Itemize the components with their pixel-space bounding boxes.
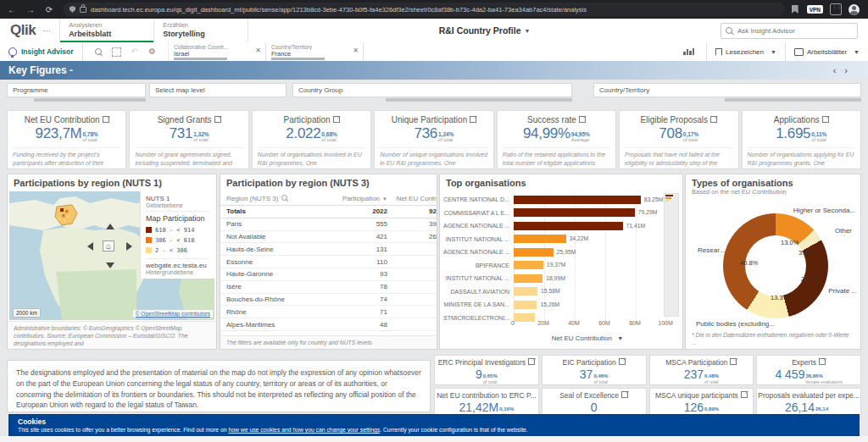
sheet-nav-arrows[interactable]: ‹› (833, 65, 856, 75)
kpi-card[interactable]: Applications1.6950,11%of totalNumber of … (742, 110, 861, 169)
kpi-card[interactable]: Experts4 45936,86%female evaluators (756, 355, 861, 385)
pan-left-icon[interactable] (87, 242, 93, 251)
table-row[interactable]: Alpes-Maritimes48 (220, 318, 437, 331)
pan-down-icon[interactable] (106, 262, 114, 268)
tracking-shield-icon[interactable] (70, 6, 75, 13)
profile-avatar[interactable] (849, 4, 860, 15)
address-bar[interactable]: dashboard.tech.ec.europa.eu/qs_digit_das… (63, 3, 785, 16)
slice-label-other[interactable]: Other (835, 227, 852, 235)
selections-tool-icon[interactable] (112, 47, 121, 57)
filter-country-group[interactable]: Country Group (292, 83, 572, 97)
external-link-icon[interactable] (730, 358, 737, 365)
bar-row[interactable]: AGENCE NATIONALE ...25,95M (443, 246, 662, 259)
qlik-logo[interactable]: Qlik (10, 22, 36, 39)
kpi-card[interactable]: Unique Participation7361,24%of totalNumb… (374, 110, 493, 169)
external-link-icon[interactable] (819, 358, 826, 365)
bookmarks-button[interactable]: Lesezeichen ▼ (706, 42, 785, 61)
kpi-card[interactable]: Signed Grants7311,32%of totalNumber of g… (129, 110, 248, 169)
vpn-badge[interactable]: VPN (807, 5, 823, 14)
kpi-card[interactable]: Net EU Contribution923,7M0,78%of totalFu… (7, 110, 126, 169)
pan-up-icon[interactable] (106, 224, 114, 229)
bar-row[interactable]: CENTRE NATIONAL D...83,25M (443, 193, 662, 207)
prev-sheet-icon[interactable]: ‹ (833, 65, 845, 75)
external-link-icon[interactable] (741, 391, 748, 398)
slice-label-public[interactable]: Public bodies (excluding... (696, 320, 775, 328)
bar-row[interactable]: INSTITUT NATIONAL ...34,22M (443, 233, 662, 246)
slice-label-private[interactable]: Private ... (828, 287, 857, 295)
bar[interactable] (514, 261, 543, 269)
tab-storytelling[interactable]: Erzählen Storytelling (153, 19, 248, 42)
cookie-settings-link[interactable]: how we use cookies and how you can chang… (228, 427, 380, 433)
slice-label-research[interactable]: Resear... (698, 246, 725, 254)
table-row[interactable]: Hauts-de-Seine131 (220, 243, 437, 256)
back-icon[interactable]: ← (5, 5, 19, 14)
pan-right-icon[interactable] (126, 242, 132, 251)
external-link-icon[interactable] (822, 116, 829, 123)
bar[interactable] (514, 287, 537, 296)
external-link-icon[interactable] (621, 391, 628, 398)
selections-search-icon[interactable] (95, 48, 102, 55)
app-title-dropdown[interactable]: R&I Country Profile ▼ (248, 19, 721, 42)
filter-programme[interactable]: Programme (7, 83, 146, 97)
close-icon[interactable]: ✕ (353, 47, 359, 54)
external-link-icon[interactable] (214, 116, 221, 123)
col-net-contribution[interactable]: Net EU Contr (392, 195, 437, 202)
kpi-card[interactable]: MSCA Participation2370,48%of total (649, 355, 754, 385)
sheet-grid-icon[interactable] (683, 48, 694, 55)
kpi-card[interactable]: Eligible Proposals7080,17%of totalPropos… (619, 110, 738, 169)
bar-row[interactable]: COMMISSARIAT A L E...79,29M (443, 207, 662, 220)
external-link-icon[interactable] (103, 116, 109, 123)
chart-minimap-scrollbar[interactable] (664, 193, 679, 317)
search-input[interactable] (736, 26, 853, 36)
search-icon[interactable] (281, 195, 287, 201)
table-row[interactable]: Haute-Garonne93 (220, 268, 437, 281)
external-link-icon[interactable] (470, 116, 476, 123)
table-row[interactable]: Rhône71 (220, 306, 437, 318)
url-text[interactable]: dashboard.tech.ec.europa.eu/qs_digit_das… (91, 6, 587, 14)
selection-chip-country-territory[interactable]: Country/Territory France ✕ (266, 42, 364, 61)
kpi-card[interactable]: Success rate94,99%94,95%AverageRatio of … (497, 110, 616, 169)
next-sheet-icon[interactable]: › (844, 65, 856, 75)
selection-chip-collaborative-country[interactable]: Collaborative Countr... Israel ✕ (169, 42, 266, 61)
x-axis-label[interactable]: Net EU Contribution ▼ (513, 334, 662, 342)
global-menu-icon[interactable]: ··· (42, 26, 51, 36)
bar-row[interactable]: MINISTRE DE LA SAN...15,26M (443, 298, 662, 312)
tab-analyse-sheet[interactable]: Analysieren Arbeitsblatt (59, 19, 153, 42)
kpi-card[interactable]: ERC Principal Investigators90,65%of tota… (434, 355, 539, 385)
bar-chart[interactable]: CENTRE NATIONAL D...83,25MCOMMISSARIAT A… (443, 193, 662, 317)
insight-advisor-search[interactable] (721, 23, 858, 39)
external-link-icon[interactable] (710, 116, 717, 123)
external-link-icon[interactable] (619, 358, 626, 365)
map-home-icon[interactable]: ⌂ (103, 240, 114, 251)
bar-row[interactable]: DASSAULT AVIATION15,58M (443, 285, 662, 299)
external-link-icon[interactable] (579, 116, 586, 123)
sheets-button[interactable]: Arbeitsblätter ▼ (785, 42, 868, 61)
forward-icon[interactable]: → (24, 5, 37, 14)
step-back-icon[interactable]: ↶ (131, 47, 138, 56)
table-row[interactable]: Bouches-du-Rhône74 (220, 294, 437, 307)
table-row[interactable]: Essonne110 (220, 256, 437, 268)
reload-icon[interactable]: ⟳ (42, 5, 56, 14)
col-region[interactable]: Region (NUTS 3) (220, 195, 326, 202)
table-row[interactable]: Isère78 (220, 281, 437, 294)
kpi-card[interactable]: EIC Participation370,46%of total (542, 355, 647, 385)
extensions-icon[interactable] (830, 3, 842, 15)
table-totals-row[interactable]: Totals202292 (220, 206, 437, 218)
bar-row[interactable]: BPIFRANCE19,37M (443, 259, 662, 273)
bar[interactable] (514, 248, 554, 257)
table-row[interactable]: Paris55539 (220, 218, 437, 231)
bar[interactable] (514, 196, 641, 204)
bar[interactable] (514, 235, 566, 243)
bar-row[interactable]: AGENCE NATIONALE ...71,41M (443, 219, 662, 233)
external-link-icon[interactable] (528, 358, 535, 365)
bookmark-icon[interactable] (792, 5, 798, 14)
insight-advisor-button[interactable]: Insight Advisor (0, 42, 83, 61)
bar-row[interactable]: INSTITUT NATIONAL ...18,99M (443, 272, 662, 285)
map-attribution[interactable]: © OpenStreetMap contributors (133, 310, 213, 318)
bar[interactable] (514, 222, 623, 230)
slice-label-higher[interactable]: Higher or Seconda... (793, 207, 855, 214)
selections-settings-icon[interactable]: ⚙ (148, 47, 156, 56)
external-link-icon[interactable] (333, 116, 340, 123)
filter-country-territory[interactable]: Country/Territory (593, 83, 861, 97)
bar[interactable] (514, 208, 635, 217)
